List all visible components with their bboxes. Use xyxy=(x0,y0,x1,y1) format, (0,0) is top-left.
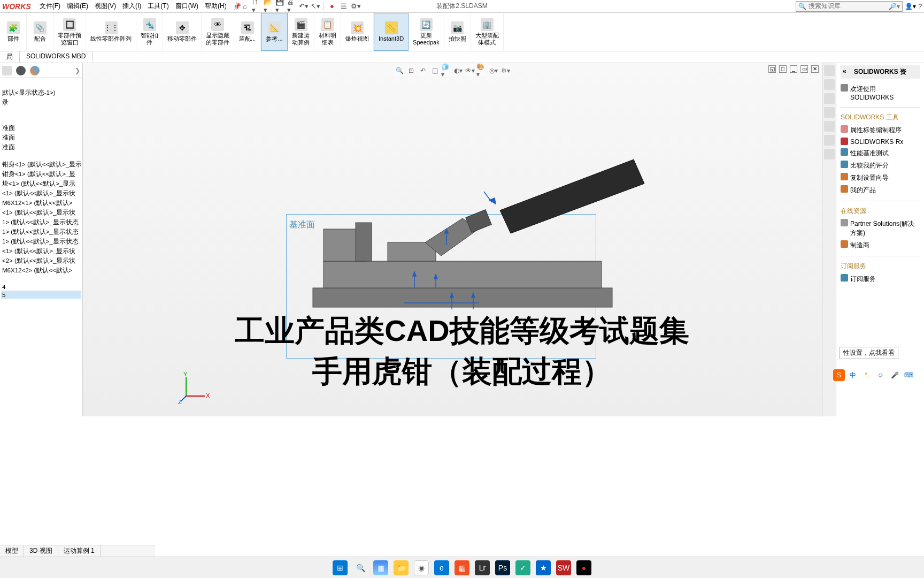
tree-tab-feature-icon[interactable] xyxy=(2,66,12,75)
btab-motion[interactable]: 运动算例 1 xyxy=(58,545,101,557)
taskpane-design-lib-icon[interactable] xyxy=(824,79,835,90)
ime-mic-icon[interactable]: 🎤 xyxy=(889,369,900,381)
tab-layout[interactable]: 局 xyxy=(0,51,20,63)
rebuild-icon[interactable]: ● xyxy=(327,1,337,11)
tree-component[interactable]: M6X12<2> (默认<<默认> xyxy=(1,265,81,275)
ribbon-new-motion-study[interactable]: 🎬新建运 动算例 xyxy=(288,13,314,51)
tb-taskview-icon[interactable]: ▥ xyxy=(373,560,388,575)
open-icon[interactable]: 📂▾ xyxy=(264,1,273,11)
rp-my-products[interactable]: 我的产品 xyxy=(841,184,920,196)
search-dropdown-icon[interactable]: 🔎▾ xyxy=(889,3,900,10)
home-icon[interactable]: ⌂ xyxy=(240,1,250,11)
apply-scene-icon[interactable]: ◎▾ xyxy=(488,65,499,76)
tb-solidworks-icon[interactable]: SW xyxy=(556,560,571,575)
ribbon-large-assembly[interactable]: 🏢大型装配 体模式 xyxy=(471,13,504,51)
tree-datum-plane[interactable]: 准面 xyxy=(1,142,81,152)
zoom-fit-icon[interactable]: 🔍 xyxy=(394,65,405,76)
tree-component[interactable]: 1> (默认<<默认>_显示状态 xyxy=(1,227,81,237)
tree-component[interactable]: <1> (默认<<默认>_显示状 xyxy=(1,188,81,198)
ribbon-show-hidden[interactable]: 👁显示隐藏 的零部件 xyxy=(202,13,234,51)
edit-appearance-icon[interactable]: 🎨▾ xyxy=(476,65,487,76)
taskpane-home-icon[interactable] xyxy=(824,65,835,76)
tree-component[interactable]: 钳身<1> (默认<<默认>_显 xyxy=(1,169,81,179)
tree-tab-display-icon[interactable] xyxy=(30,66,40,75)
options-icon[interactable]: ☰ xyxy=(339,1,349,11)
tree-expand-icon[interactable]: ❯ xyxy=(75,67,80,74)
tree-component[interactable]: 块<1> (默认<<默认>_显示 xyxy=(1,179,81,188)
ribbon-assembly-features[interactable]: 🏗装配... xyxy=(234,13,261,51)
tb-app3-icon[interactable]: ★ xyxy=(536,560,551,575)
tb-explorer-icon[interactable]: 📁 xyxy=(394,560,409,575)
new-icon[interactable]: 🗋▾ xyxy=(252,1,261,11)
hide-show-icon[interactable]: 👁▾ xyxy=(465,65,475,76)
tree-datum-plane[interactable]: 准面 xyxy=(1,133,81,142)
tree-display-state[interactable]: 默认<显示状态-1>) xyxy=(1,88,81,97)
ribbon-insert-component[interactable]: 🧩部件 xyxy=(0,13,27,51)
tree-component[interactable]: 1> (默认<<默认>_显示状态 xyxy=(1,217,81,227)
prev-view-icon[interactable]: ↶ xyxy=(418,65,428,76)
tree-component[interactable]: <1> (默认<<默认>_显示状 xyxy=(1,246,81,256)
vp-max-icon[interactable]: □ xyxy=(779,65,787,73)
ime-emoji-icon[interactable]: ☺ xyxy=(875,369,887,381)
tb-app2-icon[interactable]: ✓ xyxy=(515,560,530,575)
orientation-triad[interactable]: Y X Z xyxy=(178,372,210,406)
rp-benchmark[interactable]: 性能基准测试 xyxy=(841,147,920,159)
hint-tooltip[interactable]: 性设置，点我看看 xyxy=(840,347,898,359)
tb-photoshop-icon[interactable]: Ps xyxy=(495,560,510,575)
vp-close-icon[interactable]: ✕ xyxy=(811,65,819,73)
rp-compare[interactable]: 比较我的评分 xyxy=(841,159,920,172)
rp-property-tab[interactable]: 属性标签编制程序 xyxy=(841,124,920,136)
taskpane-custom-props-icon[interactable] xyxy=(824,135,835,146)
view-orient-icon[interactable]: 🧊▾ xyxy=(441,65,452,76)
select-icon[interactable]: ↖▾ xyxy=(311,1,320,11)
ime-keyboard-icon[interactable]: ⌨ xyxy=(903,369,914,381)
tree-component[interactable]: M6X12<1> (默认<<默认> xyxy=(1,198,81,208)
tree-component[interactable]: 钳身<1> (默认<<默认>_显示 xyxy=(1,159,81,169)
tree-item-selected[interactable]: 5 xyxy=(1,291,81,299)
tree-component[interactable]: <1> (默认<<默认>_显示状 xyxy=(1,208,81,217)
settings-icon[interactable]: ⚙▾ xyxy=(351,1,360,11)
collapse-icon[interactable]: « xyxy=(843,67,846,75)
tb-start-icon[interactable]: ⊞ xyxy=(333,560,348,575)
ime-lang-icon[interactable]: 中 xyxy=(847,369,859,381)
rp-rx[interactable]: SOLIDWORKS Rx xyxy=(841,136,920,147)
tree-tab-config-icon[interactable] xyxy=(16,66,26,75)
ribbon-exploded-view[interactable]: 💥爆炸视图 xyxy=(341,13,374,51)
user-icon[interactable]: 👤▾ xyxy=(905,3,916,10)
rp-subscribe[interactable]: 订阅服务 xyxy=(841,273,920,285)
taskpane-appearances-icon[interactable] xyxy=(824,121,835,132)
ribbon-mate[interactable]: 📎配合 xyxy=(27,13,53,51)
print-icon[interactable]: 🖨▾ xyxy=(287,1,297,11)
graphics-viewport[interactable]: 🔍 ⊡ ↶ ◫ 🧊▾ ◐▾ 👁▾ 🎨▾ ◎▾ ⚙▾ ◱ □ _ ▭ ✕ 基准面 xyxy=(83,63,822,416)
ribbon-bom[interactable]: 📋材料明 细表 xyxy=(314,13,341,51)
help-icon[interactable]: ? xyxy=(918,3,922,10)
vp-restore-icon[interactable]: ◱ xyxy=(768,65,776,73)
rp-partner[interactable]: Partner Solutions(解决方案) xyxy=(841,218,920,239)
search-input[interactable]: 🔍 搜索知识库 🔎▾ xyxy=(796,1,903,12)
taskpane-forum-icon[interactable] xyxy=(824,149,835,159)
ribbon-update-speedpak[interactable]: 🔄更新 Speedpak xyxy=(409,13,444,51)
rp-copy-settings[interactable]: 复制设置向导 xyxy=(841,172,920,184)
undo-icon[interactable]: ↶▾ xyxy=(299,1,309,11)
tree-component[interactable]: <2> (默认<<默认>_显示状 xyxy=(1,256,81,265)
taskpane-file-explorer-icon[interactable] xyxy=(824,93,835,104)
ribbon-reference-geometry[interactable]: 📐参考... xyxy=(261,13,288,51)
ribbon-instant3d[interactable]: 📏Instant3D xyxy=(374,13,409,51)
tb-record-icon[interactable]: ● xyxy=(576,560,591,575)
tree-history[interactable]: 录 xyxy=(1,97,81,107)
tree-datum-plane[interactable]: 准面 xyxy=(1,123,81,133)
tree-item[interactable]: 4 xyxy=(1,283,81,291)
tb-app1-icon[interactable]: ▦ xyxy=(455,560,469,575)
btab-model[interactable]: 模型 xyxy=(0,545,24,557)
ribbon-snapshot[interactable]: 📷拍快照 xyxy=(444,13,471,51)
feature-tree[interactable]: 默认<显示状态-1>) 录 准面 准面 准面 钳身<1> (默认<<默认>_显示… xyxy=(0,78,82,301)
view-settings-icon[interactable]: ⚙▾ xyxy=(500,65,511,76)
ribbon-move-component[interactable]: ✥移动零部件 xyxy=(163,13,202,51)
btab-3dview[interactable]: 3D 视图 xyxy=(24,545,58,557)
save-icon[interactable]: 💾▾ xyxy=(275,1,285,11)
ribbon-smart-fasteners[interactable]: 🔩智能扣 件 xyxy=(136,13,163,51)
tree-component[interactable]: 1> (默认<<默认>_显示状态 xyxy=(1,237,81,246)
ime-punct-icon[interactable]: °, xyxy=(861,369,873,381)
vp-tile-icon[interactable]: ▭ xyxy=(800,65,808,73)
display-style-icon[interactable]: ◐▾ xyxy=(453,65,464,76)
